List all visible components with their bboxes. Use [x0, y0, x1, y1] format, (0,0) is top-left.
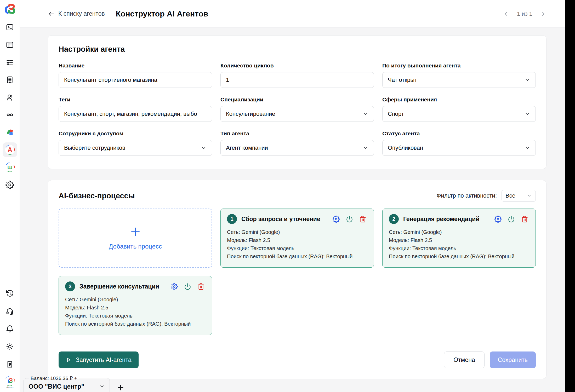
sidebar-item-company[interactable] — [3, 72, 17, 87]
status-select-value: Опубликован — [388, 145, 423, 151]
tags-label: Теги — [59, 96, 212, 103]
status-select[interactable]: Опубликован — [382, 140, 536, 156]
spheres-select[interactable]: Спорт — [382, 106, 536, 122]
sidebar-item-logs[interactable] — [3, 357, 17, 372]
process-power-button[interactable] — [346, 216, 353, 223]
trash-icon — [359, 216, 366, 223]
employees-select-value: Выберите сотрудников — [64, 145, 125, 151]
company-row[interactable]: ООО "ВИС центр" — [29, 383, 105, 390]
company-name: ООО "ВИС центр" — [29, 383, 84, 390]
balance-label: Баланс: 1026.36 ₽ + — [29, 375, 79, 381]
power-icon — [508, 216, 515, 223]
pager-prev-button[interactable] — [503, 11, 509, 17]
brand-logo[interactable] — [2, 2, 18, 17]
visgpt-logo-icon — [3, 3, 17, 17]
activity-filter-select[interactable]: Все — [502, 190, 536, 202]
process-rag: Поиск по векторной базе данных (RAG): Ве… — [65, 320, 206, 328]
users-icon — [5, 93, 14, 102]
svg-text:A: A — [8, 146, 12, 153]
cycles-input[interactable] — [220, 72, 374, 88]
add-company-button[interactable] — [117, 384, 124, 391]
company-widget: Баланс: 1026.36 ₽ + ООО "ВИС центр" — [24, 375, 124, 392]
sidebar-brand-bottom[interactable]: VisGPT — [4, 375, 16, 392]
employees-label: Сотрудники с доступом — [59, 130, 212, 137]
process-power-button[interactable] — [184, 283, 191, 290]
company-selector[interactable]: Баланс: 1026.36 ₽ + ООО "ВИС центр" — [24, 375, 110, 392]
field-spheres: Сферы применения Спорт — [382, 96, 536, 122]
back-to-agents-link[interactable]: К списку агентов — [48, 10, 105, 17]
process-title: Завершение консультации — [79, 283, 159, 290]
building-icon — [5, 76, 14, 84]
sidebar-item-users[interactable] — [3, 90, 17, 105]
chevron-down-icon — [201, 145, 207, 151]
agent-type-label: Тип агента — [220, 130, 374, 137]
sidebar-item-ai-agents[interactable]: A — [3, 142, 17, 157]
process-delete-button[interactable] — [359, 216, 366, 223]
sidebar-item-notifications[interactable] — [3, 321, 17, 336]
brand-caption: VisGPT — [6, 386, 14, 389]
sidebar-item-widgets[interactable]: Ш — [3, 160, 17, 175]
process-actions — [333, 216, 367, 223]
chevron-down-icon — [525, 77, 530, 83]
add-process-button[interactable]: Добавить процесс — [59, 209, 212, 268]
chevron-down-icon — [363, 145, 368, 151]
specializations-select[interactable]: Консультирование — [220, 106, 374, 122]
process-number-badge: 2 — [389, 214, 399, 224]
sidebar-item-theme[interactable] — [3, 339, 17, 354]
ai-processes-card: AI-бизнес-процессы Фильтр по активности:… — [48, 180, 546, 379]
sidebar-item-terminal[interactable] — [3, 20, 17, 34]
sidebar-item-integrations[interactable] — [3, 107, 17, 122]
process-network: Сеть: Gemini (Google) — [65, 296, 206, 304]
add-process-label: Добавить процесс — [109, 243, 162, 250]
process-delete-button[interactable] — [521, 216, 528, 223]
process-number-badge: 1 — [227, 214, 237, 224]
chevron-down-icon — [99, 384, 105, 389]
run-agent-label: Запустить AI-агента — [76, 356, 132, 364]
sidebar-item-reports[interactable] — [3, 125, 17, 140]
process-card-1[interactable]: 1 Сбор запроса и уточнение Сеть: Gemini … — [220, 209, 374, 268]
process-settings-button[interactable] — [171, 283, 178, 290]
visgpt-mini-logo-icon — [4, 375, 16, 387]
sidebar-item-tables[interactable] — [3, 37, 17, 52]
gear-icon — [333, 216, 340, 223]
process-rag: Поиск по векторной базе данных (RAG): Ве… — [389, 252, 529, 261]
employees-select[interactable]: Выберите сотрудников — [59, 140, 212, 156]
result-select[interactable]: Чат открыт — [382, 72, 536, 88]
tags-input[interactable] — [59, 106, 212, 122]
agent-settings-card: Настройки агента Название Количество цик… — [48, 35, 546, 169]
chevron-down-icon — [525, 145, 530, 151]
process-card-3[interactable]: 3 Завершение консультации Сеть: Gemini (… — [59, 276, 212, 335]
chevron-down-icon — [525, 111, 530, 117]
cancel-button[interactable]: Отмена — [444, 351, 485, 368]
plus-icon — [130, 226, 141, 238]
result-label: По итогу выполнения агента — [382, 62, 536, 69]
sidebar-item-history[interactable] — [3, 286, 17, 301]
process-delete-button[interactable] — [197, 283, 204, 290]
name-input[interactable] — [59, 72, 212, 88]
name-label: Название — [59, 62, 212, 69]
process-card-header: 3 Завершение консультации — [65, 281, 206, 291]
process-settings-button[interactable] — [494, 216, 502, 223]
process-card-2[interactable]: 2 Генерация рекомендаций Сеть: Gemini (G… — [382, 209, 536, 268]
agent-type-select-value: Агент компании — [226, 145, 268, 151]
field-specializations: Специализации Консультирование — [220, 96, 374, 122]
agent-type-select[interactable]: Агент компании — [220, 140, 374, 156]
sidebar-item-catalog[interactable] — [3, 55, 17, 70]
sidebar-item-support[interactable] — [3, 304, 17, 318]
power-icon — [346, 216, 353, 223]
processes-title: AI-бизнес-процессы — [59, 192, 135, 200]
chevron-right-icon — [540, 11, 546, 17]
save-button[interactable]: Сохранить — [490, 351, 536, 368]
process-power-button[interactable] — [508, 216, 515, 223]
sun-icon — [5, 342, 14, 351]
pager-next-button[interactable] — [540, 11, 546, 17]
field-result: По итогу выполнения агента Чат открыт — [382, 62, 536, 88]
process-settings-button[interactable] — [333, 216, 340, 223]
run-agent-button[interactable]: Запустить AI-агента — [59, 351, 139, 368]
reports-color-icon — [5, 128, 14, 137]
trash-icon — [521, 216, 528, 223]
sidebar-item-settings[interactable] — [3, 177, 17, 192]
process-number-badge: 3 — [65, 281, 75, 291]
status-label: Статус агента — [382, 130, 536, 137]
spheres-select-value: Спорт — [388, 111, 404, 117]
